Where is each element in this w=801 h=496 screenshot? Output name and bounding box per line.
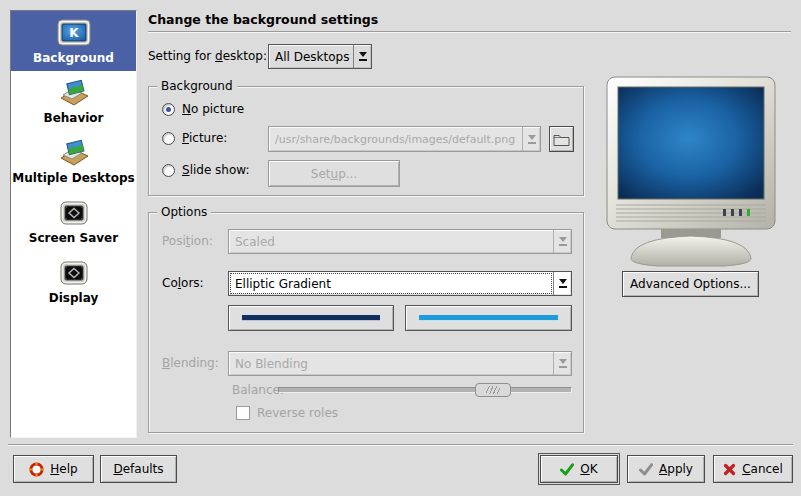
reverse-roles-row: Reverse roles (236, 406, 338, 420)
no-picture-row: No picture (162, 102, 244, 116)
slide-show-label: Slide show: (182, 163, 250, 177)
colors-label: Colors: (162, 276, 204, 290)
cancel-label: Cancel (742, 462, 783, 476)
chevron-down-icon (522, 127, 540, 151)
defaults-label: Defaults (113, 462, 163, 476)
slide-show-row: Slide show: (162, 163, 250, 177)
balance-slider-groove (278, 387, 572, 393)
no-picture-label: No picture (182, 102, 244, 116)
screen-saver-icon (60, 198, 88, 228)
picture-path-select: /usr/share/backgrounds/images/default.pn… (268, 126, 541, 152)
reverse-roles-label: Reverse roles (257, 406, 338, 420)
page-title: Change the background settings (148, 12, 378, 27)
balance-label: Balance: (232, 383, 284, 397)
folder-icon (553, 133, 570, 146)
gradient-color1-swatch (242, 315, 380, 321)
colors-select[interactable]: Elliptic Gradient (228, 271, 572, 296)
sidebar-item-behavior[interactable]: Behavior (11, 71, 136, 131)
desktop-setting-row: Setting for desktop: (148, 49, 267, 63)
reverse-roles-checkbox (236, 406, 250, 420)
picture-row: Picture: (162, 131, 227, 145)
desktop-behavior-icon (58, 78, 90, 108)
sidebar-item-screen-saver[interactable]: Screen Saver (11, 191, 136, 251)
multiple-desktops-icon (58, 138, 90, 168)
picture-label: Picture: (182, 131, 227, 145)
chevron-down-icon (553, 230, 571, 253)
sidebar-item-label: Display (49, 291, 98, 305)
desktop-select[interactable]: All Desktops (268, 44, 372, 69)
gradient-color2-button[interactable] (405, 305, 572, 331)
sidebar-item-display[interactable]: Display (11, 251, 136, 311)
balance-slider-handle (475, 383, 511, 397)
chevron-down-icon (553, 352, 571, 375)
blending-select: No Blending (228, 351, 572, 376)
ok-label: OK (580, 462, 597, 476)
browse-picture-button (549, 126, 574, 152)
apply-label: Apply (659, 462, 693, 476)
slide-show-radio[interactable] (162, 164, 175, 177)
display-icon (60, 258, 88, 288)
sidebar-item-label: Behavior (43, 111, 103, 125)
desktop-setting-label: Setting for desktop: (148, 49, 267, 63)
defaults-button[interactable]: Defaults (100, 455, 177, 483)
sidebar-item-label: Multiple Desktops (12, 171, 134, 185)
apply-button[interactable]: Apply (627, 455, 705, 483)
balance-slider (278, 383, 572, 398)
no-picture-radio[interactable] (162, 103, 175, 116)
help-button[interactable]: Help (13, 455, 94, 483)
sidebar-item-label: Screen Saver (29, 231, 118, 245)
gradient-color1-button[interactable] (228, 305, 394, 331)
ok-check-icon (560, 463, 574, 476)
footer-separator (8, 444, 793, 446)
blending-label: Blending: (162, 356, 219, 370)
background-group-title: Background (157, 79, 237, 93)
chevron-down-icon (353, 45, 371, 68)
chevron-down-icon (553, 272, 571, 295)
background-monitor-icon: K (56, 18, 92, 48)
sidebar-item-label: Background (33, 51, 114, 65)
advanced-options-button[interactable]: Advanced Options... (622, 271, 759, 297)
help-icon (29, 462, 44, 477)
title-separator (148, 31, 791, 33)
background-settings-dialog: K Background Behavior (0, 0, 801, 496)
picture-radio[interactable] (162, 132, 175, 145)
gradient-color2-swatch (419, 315, 558, 321)
position-label: Position: (162, 234, 213, 248)
position-select: Scaled (228, 229, 572, 254)
ok-button[interactable]: OK (540, 455, 618, 483)
help-label: Help (50, 462, 77, 476)
advanced-options-label: Advanced Options... (630, 277, 751, 291)
sidebar-item-background[interactable]: K Background (11, 11, 136, 71)
cancel-button[interactable]: Cancel (713, 455, 793, 483)
sidebar-item-multiple-desktops[interactable]: Multiple Desktops (11, 131, 136, 191)
module-list: K Background Behavior (10, 10, 137, 438)
cancel-x-icon (723, 463, 736, 476)
monitor-preview (606, 76, 776, 268)
setup-button-label: Setup... (311, 167, 357, 181)
options-group-title: Options (157, 205, 211, 219)
svg-text:K: K (69, 25, 79, 39)
apply-check-icon (639, 463, 653, 476)
setup-button: Setup... (268, 160, 400, 187)
